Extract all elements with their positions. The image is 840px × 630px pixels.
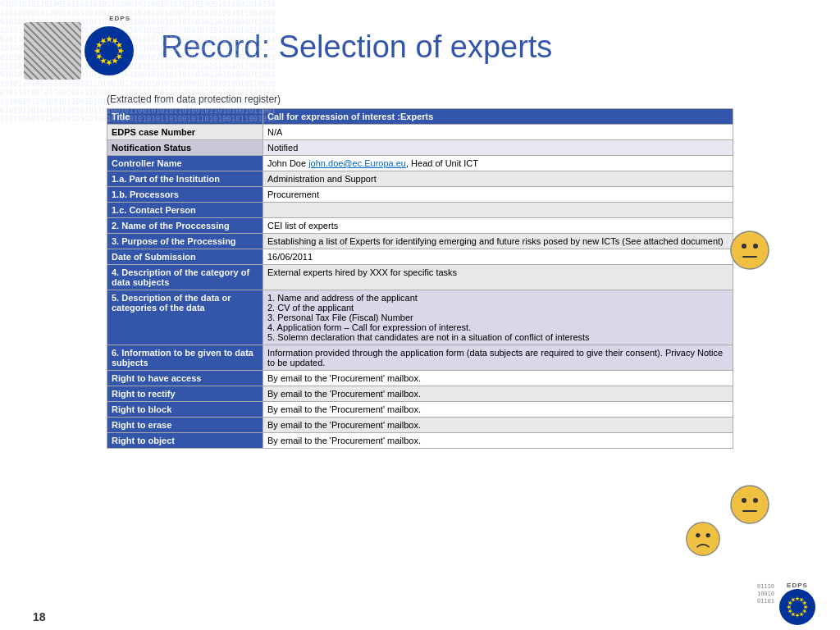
row-value: John Doe john.doe@ec.Europa.eu, Head of …: [263, 156, 733, 171]
svg-point-20: [687, 523, 719, 555]
row-value: 1. Name and address of the applicant 2. …: [263, 290, 733, 345]
table-row: Notification Status Notified: [107, 140, 733, 156]
row-label: Right to object: [107, 433, 263, 449]
svg-marker-7: [98, 57, 107, 66]
row-label: Date of Submission: [107, 249, 263, 265]
svg-marker-31: [787, 608, 793, 614]
svg-marker-2: [115, 40, 124, 49]
page-number: 18: [33, 610, 46, 623]
svg-marker-1: [111, 36, 120, 45]
row-value: CEI list of experts: [263, 218, 733, 234]
svg-marker-4: [115, 52, 124, 61]
row-label: 6. Information to be given to data subje…: [107, 345, 263, 371]
row-value: Procurement: [263, 187, 733, 203]
svg-marker-9: [94, 48, 101, 54]
svg-marker-11: [98, 36, 107, 45]
row-value: External experts hired by XXX for specif…: [263, 265, 733, 290]
table-row: Controller Name John Doe john.doe@ec.Eur…: [107, 156, 733, 171]
svg-point-17: [742, 498, 746, 503]
svg-marker-5: [111, 57, 120, 66]
row-label: Right to erase: [107, 418, 263, 433]
data-table-container: Title Call for expression of interest :E…: [107, 108, 733, 449]
svg-point-22: [706, 533, 710, 537]
row-label: EDPS case Number: [107, 125, 263, 140]
svg-marker-30: [790, 611, 797, 618]
row-value: By email to the 'Procurement' mailbox.: [263, 433, 733, 449]
gray-logo-graphic: [24, 22, 81, 80]
row-label: 5. Description of the data or categories…: [107, 290, 263, 345]
row-label: 2. Name of the Proccessing: [107, 218, 263, 234]
row-value: By email to the 'Procurement' mailbox.: [263, 402, 733, 418]
table-row: 1.b. Processors Procurement: [107, 187, 733, 203]
eu-flag-circle: [84, 26, 134, 75]
row-value: N/A: [263, 125, 733, 140]
svg-marker-25: [801, 600, 808, 606]
table-row: Right to erase By email to the 'Procurem…: [107, 418, 733, 433]
row-label: 4. Description of the category of data s…: [107, 265, 263, 290]
row-label: 1.b. Processors: [107, 187, 263, 203]
footer-eu-circle: [779, 589, 815, 625]
table-row: 2. Name of the Proccessing CEI list of e…: [107, 218, 733, 234]
row-label: Controller Name: [107, 156, 263, 171]
svg-point-16: [731, 486, 769, 523]
row-value: [263, 203, 733, 218]
svg-marker-8: [94, 52, 103, 61]
row-value: 16/06/2011: [263, 249, 733, 265]
svg-marker-6: [106, 59, 112, 66]
svg-marker-29: [795, 614, 800, 619]
logo-area: EDPS: [13, 15, 144, 80]
row-value: Call for expression of interest :Experts: [263, 109, 733, 125]
table-row: 1.a. Part of the Institution Administrat…: [107, 171, 733, 187]
row-value: Establishing a list of Experts for ident…: [263, 234, 733, 249]
table-row: 4. Description of the category of data s…: [107, 265, 733, 290]
neutral-face-1: [729, 230, 770, 276]
edps-logo: EDPS: [24, 15, 134, 80]
footer-logo: EDPS: [779, 582, 815, 625]
svg-point-14: [753, 244, 758, 249]
row-value: By email to the 'Procurement' mailbox.: [263, 371, 733, 386]
row-value: Notified: [263, 140, 733, 156]
table-row: 5. Description of the data or categories…: [107, 290, 733, 345]
row-label: 1.c. Contact Person: [107, 203, 263, 218]
svg-marker-23: [795, 596, 800, 601]
header: EDPS: [0, 0, 840, 90]
svg-marker-33: [787, 600, 793, 606]
svg-marker-28: [798, 611, 805, 618]
notation-area: 01110 10010 01101: [757, 583, 774, 605]
table-row: 1.c. Contact Person: [107, 203, 733, 218]
table-row: Date of Submission 16/06/2011: [107, 249, 733, 265]
row-value: By email to the 'Procurement' mailbox.: [263, 386, 733, 402]
svg-point-13: [742, 244, 746, 249]
table-row: Right to block By email to the 'Procurem…: [107, 402, 733, 418]
footer-edps-label: EDPS: [787, 582, 808, 589]
row-label: Right to block: [107, 402, 263, 418]
neutral-face-2: [729, 484, 770, 530]
edps-label: EDPS: [109, 15, 130, 22]
row-label: Title: [107, 109, 263, 125]
logo-image-area: [24, 22, 134, 80]
table-row: Title Call for expression of interest :E…: [107, 109, 733, 125]
svg-marker-26: [804, 605, 809, 609]
row-label: 1.a. Part of the Institution: [107, 171, 263, 187]
svg-marker-27: [801, 608, 808, 614]
row-label: Notification Status: [107, 140, 263, 156]
svg-point-12: [731, 231, 769, 269]
row-label: Right to rectify: [107, 386, 263, 402]
controller-email-link[interactable]: john.doe@ec.Europa.eu: [308, 158, 406, 168]
table-row: EDPS case Number N/A: [107, 125, 733, 140]
sad-face: [685, 521, 721, 562]
svg-marker-0: [106, 35, 112, 42]
row-value: Information provided through the applica…: [263, 345, 733, 371]
svg-marker-10: [94, 40, 103, 49]
table-row: Right to object By email to the 'Procure…: [107, 433, 733, 449]
svg-point-18: [753, 498, 758, 503]
row-label: Right to have access: [107, 371, 263, 386]
row-value: Administration and Support: [263, 171, 733, 187]
svg-point-21: [696, 533, 700, 537]
svg-marker-24: [798, 596, 805, 603]
table-row: Right to have access By email to the 'Pr…: [107, 371, 733, 386]
svg-marker-32: [787, 605, 792, 609]
row-label: 3. Purpose of the Processing: [107, 234, 263, 249]
table-row: Right to rectify By email to the 'Procur…: [107, 386, 733, 402]
svg-marker-3: [118, 48, 125, 54]
